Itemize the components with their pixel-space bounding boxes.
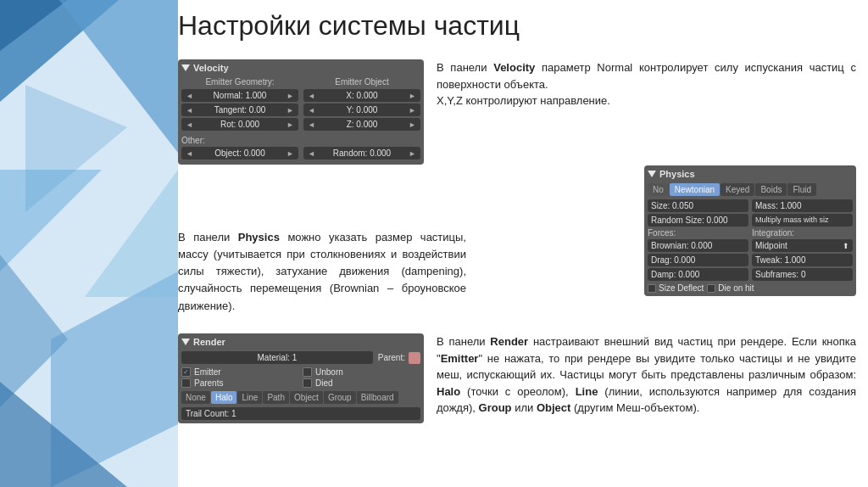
render-top-row: Material: 1 Parent: bbox=[181, 351, 420, 364]
physics-panel: Physics No Newtonian Keyed Boids Fluid S… bbox=[644, 165, 856, 296]
velocity-description: В панели Velocity параметр Normal контро… bbox=[437, 59, 856, 109]
render-panel-title: Render bbox=[193, 337, 225, 347]
died-checkbox[interactable]: Died bbox=[303, 378, 420, 388]
tab-fluid[interactable]: Fluid bbox=[787, 183, 816, 196]
tab-keyed[interactable]: Keyed bbox=[721, 183, 754, 196]
physics-bold: Physics bbox=[238, 231, 280, 244]
tab-newtonian[interactable]: Newtonian bbox=[670, 183, 720, 196]
render-checkboxes: Emitter Unborn Parents Died bbox=[181, 367, 420, 388]
emitter-object-col: Emitter Object ◄ X: 0.000 ► ◄ Y: 0.000 ►… bbox=[303, 77, 420, 132]
emitter-geometry-label: Emitter Geometry: bbox=[181, 77, 298, 87]
forces-col: Forces: Brownian: 0.000 Drag: 0.000 Damp… bbox=[648, 228, 748, 281]
drag-field[interactable]: Drag: 0.000 bbox=[648, 254, 748, 266]
random-size-row: Random Size: 0.000 Multiply mass with si… bbox=[648, 214, 853, 227]
size-deflect-label: Size Deflect bbox=[659, 283, 704, 293]
forces-integration-cols: Forces: Brownian: 0.000 Drag: 0.000 Damp… bbox=[648, 228, 853, 281]
physics-description: В панели Physics можно указать размер ча… bbox=[178, 229, 466, 315]
parents-checkbox[interactable]: Parents bbox=[181, 378, 299, 388]
random-size-field[interactable]: Random Size: 0.000 bbox=[648, 214, 748, 227]
physics-tabs: No Newtonian Keyed Boids Fluid bbox=[648, 183, 853, 196]
physics-checkboxes: Size Deflect Die on hit bbox=[648, 283, 853, 293]
velocity-panel-title: Velocity bbox=[193, 63, 229, 73]
mode-tab-line[interactable]: Line bbox=[237, 391, 262, 404]
unborn-box bbox=[303, 367, 312, 377]
render-bold: Render bbox=[490, 335, 528, 348]
render-description: В панели Render настраивают внешний вид … bbox=[437, 333, 856, 417]
emitter-bold: Emitter bbox=[441, 352, 479, 365]
physics-collapse-icon[interactable] bbox=[648, 171, 656, 177]
z-field[interactable]: ◄ Z: 0.000 ► bbox=[303, 118, 420, 131]
other-label: Other: bbox=[181, 136, 420, 145]
integration-col: Integration: Midpoint ⬆ Tweak: 1.000 Sub… bbox=[752, 228, 853, 281]
random-field[interactable]: ◄ Random: 0.000 ► bbox=[303, 147, 420, 160]
trail-count-field[interactable]: Trail Count: 1 bbox=[181, 407, 420, 420]
object-field[interactable]: ◄ Object: 0.000 ► bbox=[181, 147, 298, 160]
emitter-checkbox[interactable]: Emitter bbox=[181, 367, 299, 377]
render-mode-tabs: None Halo Line Path Object Group Billboa… bbox=[181, 391, 420, 404]
mode-tab-group[interactable]: Group bbox=[324, 391, 356, 404]
parent-row: Parent: bbox=[378, 352, 420, 364]
forces-label: Forces: bbox=[648, 228, 748, 238]
died-label: Died bbox=[315, 378, 333, 388]
other-row: ◄ Object: 0.000 ► ◄ Random: 0.000 ► bbox=[181, 147, 420, 161]
tangent-field[interactable]: ◄ Tangent: 0.00 ► bbox=[181, 104, 298, 116]
parents-label: Parents bbox=[194, 378, 223, 388]
unborn-label: Unborn bbox=[315, 367, 343, 377]
line-bold: Line bbox=[576, 385, 598, 398]
halo-bold: Halo bbox=[437, 385, 460, 398]
emitter-object-label: Emitter Object bbox=[303, 77, 420, 87]
tab-no[interactable]: No bbox=[648, 183, 669, 196]
size-deflect-box bbox=[648, 284, 656, 293]
died-box bbox=[303, 378, 312, 388]
page-title: Настройки системы частиц bbox=[178, 10, 520, 42]
parent-icon[interactable] bbox=[409, 352, 420, 364]
material-field[interactable]: Material: 1 bbox=[181, 351, 373, 364]
emitter-geometry-col: Emitter Geometry: ◄ Normal: 1.000 ► ◄ Ta… bbox=[181, 77, 298, 132]
brownian-field[interactable]: Brownian: 0.000 bbox=[648, 239, 748, 252]
size-field[interactable]: Size: 0.050 bbox=[648, 199, 748, 212]
object-bold: Object bbox=[537, 401, 570, 414]
rot-field[interactable]: ◄ Rot: 0.000 ► bbox=[181, 118, 298, 131]
group-bold: Group bbox=[479, 401, 512, 414]
x-field[interactable]: ◄ X: 0.000 ► bbox=[303, 89, 420, 102]
physics-panel-title: Physics bbox=[659, 169, 695, 179]
unborn-checkbox[interactable]: Unborn bbox=[303, 367, 420, 377]
die-on-hit-label: Die on hit bbox=[718, 283, 754, 293]
subframes-field[interactable]: Subframes: 0 bbox=[752, 268, 853, 281]
mode-tab-none[interactable]: None bbox=[181, 391, 210, 404]
size-mass-row: Size: 0.050 Mass: 1.000 bbox=[648, 199, 853, 212]
velocity-panel: Velocity Emitter Geometry: ◄ Normal: 1.0… bbox=[178, 59, 424, 165]
die-on-hit-box bbox=[707, 284, 715, 293]
parents-box bbox=[181, 378, 191, 388]
velocity-bold: Velocity bbox=[493, 61, 535, 74]
y-field[interactable]: ◄ Y: 0.000 ► bbox=[303, 104, 420, 116]
render-panel-header: Render bbox=[181, 337, 420, 347]
mode-tab-halo[interactable]: Halo bbox=[211, 391, 237, 404]
size-deflect-checkbox[interactable]: Size Deflect bbox=[648, 283, 704, 293]
render-panel: Render Material: 1 Parent: Emitter Unbor… bbox=[178, 333, 424, 423]
velocity-panel-header: Velocity bbox=[181, 63, 420, 73]
normal-field[interactable]: ◄ Normal: 1.000 ► bbox=[181, 89, 298, 102]
collapse-icon[interactable] bbox=[181, 64, 190, 71]
tab-boids[interactable]: Boids bbox=[755, 183, 787, 196]
mode-tab-object[interactable]: Object bbox=[290, 391, 323, 404]
physics-panel-header: Physics bbox=[648, 169, 853, 179]
mass-field[interactable]: Mass: 1.000 bbox=[752, 199, 853, 212]
integration-label: Integration: bbox=[752, 228, 853, 238]
multiply-field[interactable]: Multiply mass with siz bbox=[752, 214, 853, 227]
mode-tab-billboard[interactable]: Billboard bbox=[357, 391, 398, 404]
emitter-label: Emitter bbox=[194, 367, 221, 377]
parent-label: Parent: bbox=[378, 353, 405, 362]
emitter-box bbox=[181, 367, 191, 377]
die-on-hit-checkbox[interactable]: Die on hit bbox=[707, 283, 754, 293]
damp-field[interactable]: Damp: 0.000 bbox=[648, 268, 748, 281]
mode-tab-path[interactable]: Path bbox=[263, 391, 289, 404]
tweak-field[interactable]: Tweak: 1.000 bbox=[752, 254, 853, 266]
render-collapse-icon[interactable] bbox=[181, 339, 190, 345]
midpoint-field[interactable]: Midpoint ⬆ bbox=[752, 239, 853, 252]
